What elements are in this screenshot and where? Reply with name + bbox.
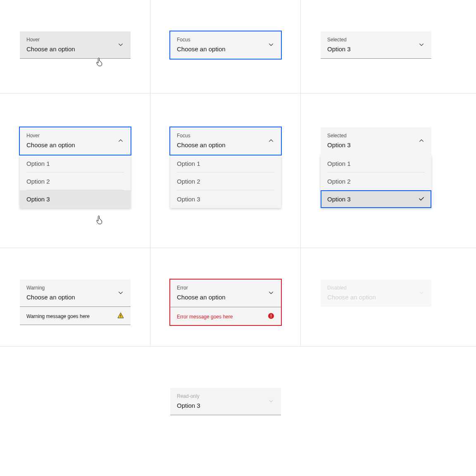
dropdown-error[interactable]: Error Choose an option Error message goe… — [170, 280, 281, 325]
dropdown-hover-closed[interactable]: Hover Choose an option — [20, 31, 131, 59]
dropdown-value: Choose an option — [26, 45, 124, 53]
dropdown-value: Choose an option — [177, 141, 274, 149]
dropdown-option[interactable]: Option 1 — [20, 155, 131, 172]
dropdown-trigger[interactable]: Selected Option 3 — [321, 31, 431, 59]
dropdown-trigger: Disabled Choose an option — [321, 280, 431, 307]
dropdown-label: Selected — [327, 133, 425, 139]
dropdown-value: Choose an option — [177, 45, 274, 53]
error-message: Error message goes here — [177, 314, 233, 320]
dropdown-value: Choose an option — [26, 141, 124, 149]
dropdown-selected-closed[interactable]: Selected Option 3 — [321, 31, 431, 59]
dropdown-value: Option 3 — [177, 402, 274, 410]
dropdown-trigger[interactable]: Hover Choose an option — [20, 31, 131, 59]
dropdown-helper: Warning message goes here — [20, 306, 131, 325]
dropdown-label: Focus — [177, 133, 274, 139]
dropdown-option[interactable]: Option 1 — [321, 155, 431, 172]
dropdown-trigger[interactable]: Focus Choose an option — [170, 31, 281, 59]
error-icon — [268, 313, 274, 319]
dropdown-trigger: Read-only Option 3 — [170, 388, 281, 415]
dropdown-label: Selected — [327, 37, 425, 43]
dropdown-warning[interactable]: Warning Choose an option Warning message… — [20, 280, 131, 325]
dropdown-hover-open[interactable]: Hover Choose an option — [20, 127, 131, 155]
dropdown-trigger[interactable]: Error Choose an option — [170, 280, 281, 307]
dropdown-trigger[interactable]: Warning Choose an option — [20, 280, 131, 306]
chevron-down-icon — [268, 289, 274, 296]
dropdown-option-selected[interactable]: Option 3 — [321, 190, 431, 208]
dropdown-label: Error — [177, 285, 274, 292]
dropdown-value: Option 3 — [327, 45, 425, 53]
dropdown-value: Choose an option — [177, 293, 274, 301]
dropdown-label: Warning — [26, 285, 124, 292]
chevron-down-icon — [418, 41, 425, 48]
checkmark-icon — [418, 196, 425, 202]
chevron-up-icon — [117, 137, 124, 144]
chevron-down-icon — [268, 41, 274, 48]
warning-icon — [117, 312, 124, 319]
chevron-up-icon — [268, 137, 274, 144]
dropdown-menu: Option 1 Option 2 Option 3 — [170, 155, 281, 208]
dropdown-label: Hover — [26, 37, 124, 43]
chevron-down-icon — [117, 289, 124, 296]
dropdown-option[interactable]: Option 1 — [170, 155, 281, 172]
dropdown-selected-open[interactable]: Selected Option 3 — [321, 127, 431, 155]
dropdown-trigger[interactable]: Hover Choose an option — [20, 127, 131, 155]
dropdown-option[interactable]: Option 3 — [170, 190, 281, 208]
dropdown-label: Read-only — [177, 393, 274, 400]
dropdown-label: Hover — [26, 133, 124, 139]
chevron-up-icon — [418, 137, 425, 144]
dropdown-option-label: Option 3 — [327, 196, 351, 203]
dropdown-label: Disabled — [327, 285, 425, 292]
dropdown-value: Option 3 — [327, 141, 425, 149]
warning-message: Warning message goes here — [26, 313, 90, 319]
dropdown-option[interactable]: Option 3 — [20, 190, 131, 208]
dropdown-menu: Option 1 Option 2 Option 3 — [321, 155, 431, 208]
dropdown-focus-closed[interactable]: Focus Choose an option — [170, 31, 281, 59]
dropdown-helper: Error message goes here — [170, 307, 281, 325]
dropdown-trigger[interactable]: Focus Choose an option — [170, 127, 281, 155]
dropdown-option[interactable]: Option 2 — [20, 172, 131, 190]
cursor-pointer-icon — [96, 215, 104, 225]
dropdown-readonly: Read-only Option 3 — [170, 388, 281, 415]
dropdown-trigger[interactable]: Selected Option 3 — [321, 127, 431, 155]
chevron-down-icon — [418, 289, 425, 296]
dropdown-option[interactable]: Option 2 — [321, 172, 431, 190]
dropdown-value: Choose an option — [327, 293, 425, 301]
dropdown-label: Focus — [177, 37, 274, 43]
dropdown-focus-open[interactable]: Focus Choose an option — [170, 127, 281, 155]
chevron-down-icon — [117, 41, 124, 48]
chevron-down-icon — [268, 398, 274, 404]
dropdown-menu: Option 1 Option 2 Option 3 — [20, 155, 131, 208]
dropdown-value: Choose an option — [26, 293, 124, 301]
dropdown-option[interactable]: Option 2 — [170, 172, 281, 190]
dropdown-disabled: Disabled Choose an option — [321, 280, 431, 307]
